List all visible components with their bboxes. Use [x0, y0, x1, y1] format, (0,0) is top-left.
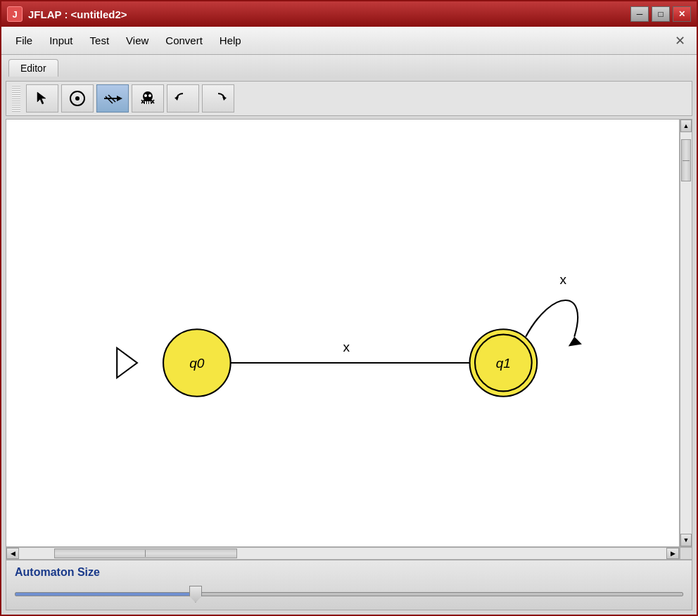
svg-point-10 — [148, 94, 151, 97]
close-button[interactable]: ✕ — [673, 6, 691, 22]
menu-help[interactable]: Help — [211, 32, 250, 49]
slider-container[interactable] — [15, 584, 683, 604]
main-window: J JFLAP : <untitled2> ─ □ ✕ File Input T… — [0, 0, 698, 616]
scroll-left-button[interactable]: ◀ — [6, 548, 19, 559]
automaton-diagram: x x q0 q1 — [6, 120, 679, 546]
canvas-and-vscroll: x x q0 q1 — [6, 119, 692, 547]
menu-input[interactable]: Input — [41, 32, 81, 49]
title-bar: J JFLAP : <untitled2> ─ □ ✕ — [1, 1, 697, 27]
svg-text:q1: q1 — [496, 356, 511, 371]
menu-convert[interactable]: Convert — [157, 32, 211, 49]
vertical-scroll-track[interactable] — [680, 132, 692, 534]
scroll-down-button[interactable]: ▼ — [680, 534, 692, 546]
svg-marker-20 — [117, 348, 137, 378]
svg-point-7 — [143, 91, 153, 101]
vertical-scroll-thumb[interactable] — [681, 139, 691, 181]
scrollbar-corner — [680, 547, 692, 560]
svg-text:x: x — [343, 340, 350, 354]
window-controls: ─ □ ✕ — [630, 6, 691, 22]
app-icon: J — [7, 6, 23, 22]
canvas-container: x x q0 q1 — [6, 119, 692, 560]
horizontal-scrollbar[interactable]: ◀ ▶ — [6, 547, 680, 560]
svg-text:q0: q0 — [189, 356, 205, 371]
svg-text:x: x — [560, 272, 567, 287]
horizontal-scroll-thumb[interactable] — [54, 548, 237, 558]
tab-area: Editor — [1, 55, 697, 77]
vertical-scrollbar[interactable]: ▲ ▼ — [680, 119, 692, 547]
menu-bar: File Input Test View Convert Help ✕ — [1, 27, 697, 55]
svg-marker-24 — [569, 337, 582, 347]
toolbar — [6, 81, 692, 116]
scroll-up-button[interactable]: ▲ — [680, 120, 692, 132]
svg-marker-4 — [117, 96, 122, 101]
menu-test[interactable]: Test — [82, 32, 118, 49]
svg-point-9 — [144, 94, 147, 97]
hscroll-row: ◀ ▶ — [6, 547, 692, 560]
tab-editor[interactable]: Editor — [8, 59, 58, 77]
add-transition-button[interactable] — [96, 84, 129, 113]
maximize-button[interactable]: □ — [652, 6, 670, 22]
scroll-thumb-grip — [683, 160, 690, 162]
automaton-canvas[interactable]: x x q0 q1 — [6, 119, 680, 547]
hscroll-thumb-grip — [145, 550, 147, 557]
window-title: JFLAP : <untitled2> — [28, 8, 630, 20]
scroll-right-button[interactable]: ▶ — [666, 548, 679, 559]
undo-button[interactable] — [167, 84, 199, 113]
main-content: x x q0 q1 — [1, 77, 697, 615]
slider-thumb[interactable] — [189, 586, 202, 603]
minimize-button[interactable]: ─ — [630, 6, 649, 22]
select-tool-button[interactable] — [26, 84, 58, 113]
toolbar-grip — [12, 85, 20, 112]
bottom-section: Automaton Size — [6, 560, 692, 610]
slider-track[interactable] — [15, 592, 683, 596]
horizontal-scroll-track[interactable] — [19, 548, 666, 559]
delete-tool-button[interactable] — [132, 84, 164, 113]
automaton-size-label: Automaton Size — [15, 566, 683, 579]
svg-point-2 — [75, 96, 80, 101]
menu-close-button[interactable]: ✕ — [669, 33, 691, 49]
redo-button[interactable] — [202, 84, 234, 113]
menu-file[interactable]: File — [7, 32, 41, 49]
add-state-button[interactable] — [61, 84, 94, 113]
svg-marker-0 — [37, 92, 46, 104]
menu-view[interactable]: View — [118, 32, 157, 49]
